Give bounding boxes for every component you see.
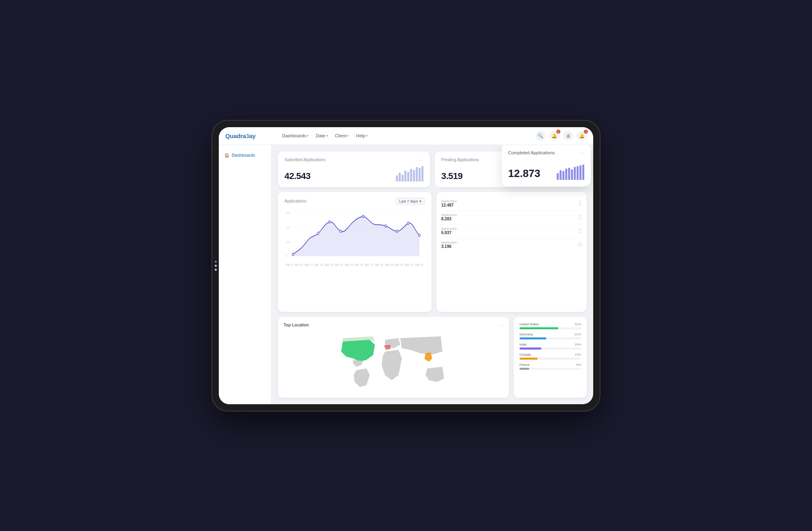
mini-bar bbox=[565, 168, 567, 179]
chart-label-apr9: Apr 9 bbox=[286, 263, 293, 266]
bar-fill bbox=[519, 368, 529, 370]
location-name: Germany bbox=[519, 333, 533, 336]
nav-icons: 🔍 🔔 2 🖨 🔔 1 bbox=[536, 131, 587, 141]
main-layout: 🏠 Dashboards Submitted Applicat bbox=[219, 145, 593, 404]
top-bar: Quadra3ay Dashboards Date Client Help 🔍 … bbox=[219, 127, 593, 145]
chart-point bbox=[317, 232, 319, 235]
mini-bar bbox=[407, 172, 409, 181]
chart-filter[interactable]: Last 7 days ▾ bbox=[395, 198, 425, 205]
stat-cards: Submitted Applications ··· 42.543 Pendin… bbox=[278, 151, 587, 187]
map-card: Top Location ··· bbox=[278, 317, 509, 398]
logo: Quadra3ay bbox=[225, 132, 278, 139]
chart-point bbox=[329, 221, 330, 223]
location-pct: 32% bbox=[575, 322, 581, 326]
location-pct: 8% bbox=[576, 363, 581, 367]
world-map-svg bbox=[284, 331, 503, 392]
nav-menu: Dashboards Date Client Help bbox=[278, 133, 536, 138]
completed-title: Completed Applications bbox=[508, 150, 555, 155]
mini-bar bbox=[402, 175, 404, 181]
ranking-left: Application 3.196 bbox=[441, 241, 457, 249]
completed-card: Completed Applications ··· 12.873 bbox=[502, 145, 591, 186]
location-name: Canada bbox=[519, 353, 531, 356]
chart-label-apr10: Apr 10 bbox=[295, 263, 303, 266]
svg-text:300: 300 bbox=[286, 211, 290, 214]
submitted-card-header: Submitted Applications ··· bbox=[284, 157, 423, 163]
bottom-section: Top Location ··· bbox=[278, 317, 587, 398]
tablet-frame: Quadra3ay Dashboards Date Client Help 🔍 … bbox=[212, 120, 600, 412]
mini-bar bbox=[582, 164, 584, 180]
chart-filter-label: Last 7 days bbox=[399, 199, 418, 203]
completed-menu[interactable]: ··· bbox=[579, 150, 584, 156]
ranking-value: 3.196 bbox=[441, 244, 457, 249]
location-bar-item: India 18% bbox=[519, 343, 581, 350]
submitted-value: 42.543 bbox=[284, 171, 310, 181]
bar-track bbox=[519, 358, 581, 360]
alert-button[interactable]: 🔔 2 bbox=[549, 131, 559, 141]
mini-bar bbox=[568, 168, 570, 180]
print-button[interactable]: 🖨 bbox=[563, 131, 573, 141]
mini-bar bbox=[410, 169, 412, 181]
mini-bar bbox=[413, 170, 415, 181]
nav-date[interactable]: Date bbox=[316, 133, 327, 138]
ranking-label: Application bbox=[441, 199, 457, 203]
ranking-num: 1 bbox=[578, 199, 582, 208]
location-bar-header: India 18% bbox=[519, 343, 581, 346]
chevron-icon: ▾ bbox=[419, 199, 421, 203]
chart-svg: 300 200 100 0 bbox=[284, 209, 425, 262]
mini-bar bbox=[557, 173, 559, 180]
content-area: Submitted Applications ··· 42.543 Pendin… bbox=[271, 145, 593, 404]
chart-point bbox=[419, 234, 420, 237]
chart-point bbox=[292, 253, 294, 256]
bar-fill bbox=[519, 358, 538, 360]
map-title: Top Location bbox=[284, 323, 309, 327]
ranking-value: 12.487 bbox=[441, 203, 457, 207]
pending-title: Pending Applications bbox=[441, 158, 479, 162]
notification-button[interactable]: 🔔 1 bbox=[577, 131, 587, 141]
nav-dashboards[interactable]: Dashboards bbox=[282, 133, 308, 138]
location-pct: 15% bbox=[575, 353, 581, 356]
chart-label-apr11: Apr 11 bbox=[305, 263, 313, 266]
svg-text:100: 100 bbox=[286, 240, 290, 243]
mini-bar bbox=[562, 171, 564, 179]
map-more[interactable]: ··· bbox=[499, 322, 503, 328]
mini-bar bbox=[416, 167, 418, 181]
mini-bar bbox=[396, 175, 398, 181]
chart-label-apr13: Apr 13 bbox=[325, 263, 333, 266]
chart-label-apr22: Apr 22 bbox=[415, 263, 423, 266]
chart-label-apr19: Apr 19 bbox=[385, 263, 393, 266]
ranking-label: Application bbox=[441, 227, 457, 230]
ranking-left: Application 8.283 bbox=[441, 213, 457, 221]
search-button[interactable]: 🔍 bbox=[536, 131, 545, 141]
location-pct: 22% bbox=[575, 333, 581, 336]
nav-help[interactable]: Help bbox=[356, 133, 368, 138]
chart-header: Applications Last 7 days ▾ bbox=[284, 198, 425, 205]
location-bar-header: France 8% bbox=[519, 363, 581, 367]
location-bar-header: Canada 15% bbox=[519, 353, 581, 356]
chart-label-apr17: Apr 17 bbox=[365, 263, 373, 266]
bar-fill bbox=[519, 327, 558, 329]
sidebar-item-dashboards[interactable]: 🏠 Dashboards bbox=[219, 150, 271, 161]
map-header: Top Location ··· bbox=[284, 322, 503, 328]
tablet-screen: Quadra3ay Dashboards Date Client Help 🔍 … bbox=[219, 127, 593, 404]
ranking-num: 2 bbox=[578, 213, 582, 222]
svg-text:200: 200 bbox=[286, 226, 290, 229]
bar-fill bbox=[519, 337, 546, 339]
completed-value: 12.873 bbox=[508, 167, 541, 180]
bar-fill bbox=[519, 348, 541, 350]
pending-value: 3.519 bbox=[441, 171, 463, 181]
map-area bbox=[284, 331, 503, 392]
chart-label-apr18: Apr 18 bbox=[375, 263, 383, 266]
nav-client[interactable]: Client bbox=[335, 133, 349, 138]
ranking-num: 4 bbox=[578, 241, 582, 249]
ranking-item: Application 12.487 1 bbox=[441, 197, 582, 211]
rankings-card: Application 12.487 1 Application 8.283 2… bbox=[436, 192, 587, 312]
sidebar: 🏠 Dashboards bbox=[219, 145, 271, 404]
ranking-left: Application 5.937 bbox=[441, 227, 457, 235]
submitted-menu[interactable]: ··· bbox=[418, 157, 423, 163]
chart-point bbox=[385, 225, 387, 227]
location-bar-item: United States 32% bbox=[519, 322, 581, 329]
submitted-title: Submitted Applications bbox=[284, 158, 325, 162]
completed-card-header: Completed Applications ··· bbox=[508, 150, 584, 156]
location-bar-header: United States 32% bbox=[519, 322, 581, 326]
submitted-card: Submitted Applications ··· 42.543 bbox=[278, 151, 430, 187]
